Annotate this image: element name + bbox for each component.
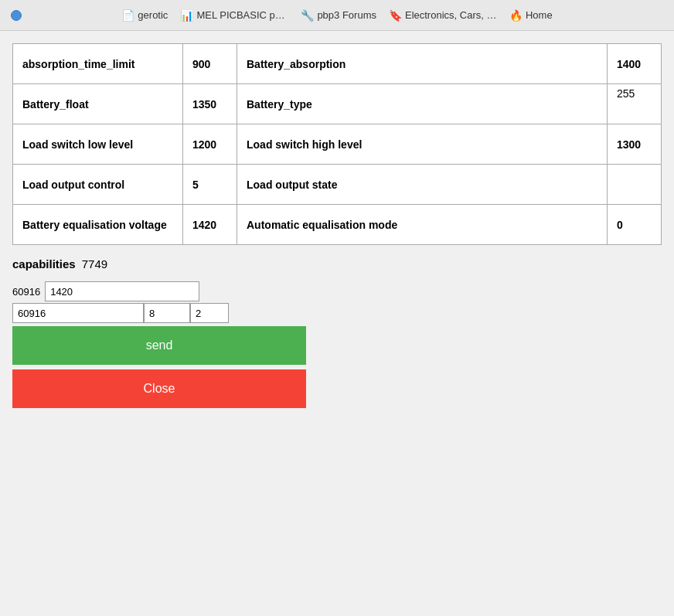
input-row-2 [12,303,306,323]
tab-electronics-label: Electronics, Cars, Fa... [405,9,497,21]
cell-label-load-output-state: Load output state [237,165,608,205]
input-field-small[interactable] [190,303,229,323]
cell-label-auto-equalisation: Automatic equalisation mode [237,205,608,245]
browser-dot [11,10,22,21]
cell-value-battery-float: 1350 [183,84,237,124]
table-row: Battery equalisation voltage 1420 Automa… [13,205,662,245]
cell-value-load-switch-high: 1300 [608,124,662,165]
send-button[interactable]: send [12,326,306,365]
cell-value-auto-equalisation: 0 [608,205,662,245]
cell-label-battery-absorption: Battery_absorption [237,44,608,84]
input-field-mid[interactable] [144,303,190,323]
table-row: Load switch low level 1200 Load switch h… [13,124,662,165]
cell-label-absorption-time-limit: absorption_time_limit [13,44,183,84]
cell-label-load-switch-high: Load switch high level [237,124,608,165]
input-field-value-1[interactable] [45,281,199,301]
tab-mel[interactable]: 📊 MEL PICBASIC pubi... [180,9,288,22]
browser-bar: 📄 gerotic 📊 MEL PICBASIC pubi... 🔧 pbp3 … [0,0,674,31]
tab-pbp3-label: pbp3 Forums [317,9,376,21]
cell-label-load-output-control: Load output control [13,165,183,205]
tab-gerotic[interactable]: 📄 gerotic [121,9,168,22]
tab-home-label: Home [526,9,553,21]
cell-value-load-switch-low: 1200 [183,124,237,165]
tab-gerotic-icon: 📄 [121,9,134,22]
cell-value-absorption-time-limit: 900 [183,44,237,84]
input-section: 60916 send Close [12,281,306,408]
capabilities-value: 7749 [82,257,107,271]
field-id-1-label: 60916 [12,286,40,298]
input-field-id-2[interactable] [12,303,144,323]
close-button[interactable]: Close [12,369,306,408]
cell-value-battery-type: 255 [608,84,662,124]
tab-mel-icon: 📊 [180,9,193,22]
tab-mel-label: MEL PICBASIC pubi... [196,9,288,21]
cell-value-load-output-state [608,165,662,205]
cell-value-battery-equalisation: 1420 [183,205,237,245]
cell-value-load-output-control: 5 [183,165,237,205]
table-row: Load output control 5 Load output state [13,165,662,205]
capabilities-section: capabilities 7749 [12,257,662,271]
main-content: absorption_time_limit 900 Battery_absorp… [0,31,674,420]
cell-value-battery-absorption: 1400 [608,44,662,84]
tab-gerotic-label: gerotic [138,9,168,21]
tab-pbp3-icon: 🔧 [301,9,314,22]
tab-electronics[interactable]: 🔖 Electronics, Cars, Fa... [389,9,497,22]
cell-label-load-switch-low: Load switch low level [13,124,183,165]
cell-label-battery-type: Battery_type [237,84,608,124]
tab-electronics-icon: 🔖 [389,9,402,22]
capabilities-label: capabilities [12,257,76,271]
table-row: Battery_float 1350 Battery_type 255 [13,84,662,124]
tab-pbp3[interactable]: 🔧 pbp3 Forums [301,9,376,22]
cell-label-battery-equalisation: Battery equalisation voltage [13,205,183,245]
tab-home[interactable]: 🔥 Home [509,9,553,22]
input-row-1: 60916 [12,281,306,301]
cell-label-battery-float: Battery_float [13,84,183,124]
tab-home-icon: 🔥 [509,9,523,22]
data-table: absorption_time_limit 900 Battery_absorp… [12,43,662,245]
table-row: absorption_time_limit 900 Battery_absorp… [13,44,662,84]
